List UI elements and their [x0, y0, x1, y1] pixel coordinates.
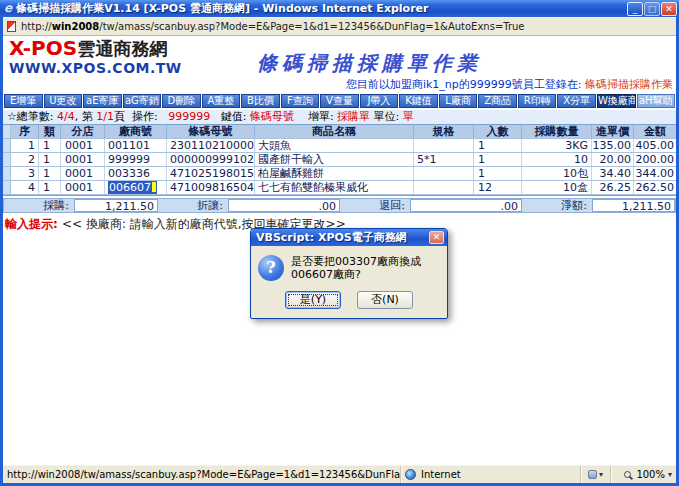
cell-barcode: 4710098165043 — [167, 181, 255, 194]
zoom-chevron-down-icon: ▾ — [668, 470, 672, 479]
vendor-input[interactable]: 001101 — [108, 139, 150, 152]
cell-type: 1 — [39, 167, 61, 180]
cell-amount: 262.50 — [634, 181, 676, 194]
info-value: 4/4 — [57, 110, 75, 123]
url-protocol: http:// — [21, 21, 52, 32]
purchase-total-value: 1,211.50 — [74, 199, 158, 212]
toolbar-button[interactable]: aG寄銷 — [123, 94, 162, 108]
cell-seq: 3 — [11, 167, 39, 180]
status-url: http://win2008/tw/amass/scanbuy.asp?Mode… — [3, 466, 400, 483]
column-header[interactable]: 規格 — [414, 125, 474, 138]
cell-type: 1 — [39, 139, 61, 152]
page-content: X-POS雲通商務網 WWW.XPOS.COM.TW 條碼掃描採購單作業 您目前… — [3, 36, 676, 465]
record-info-bar: ☆總筆數: 4/4, 第 1/1頁 操作: 999999 鍵值: 條碼母號 增單… — [3, 110, 676, 124]
dialog-close-icon[interactable]: ✕ — [429, 231, 444, 244]
vendor-input[interactable]: 006607 — [108, 181, 157, 194]
close-button[interactable]: ✕ — [661, 2, 677, 16]
totals-bar: 採購: 1,211.50 折讓: .00 退回: .00 淨額: 1,211.5… — [3, 198, 676, 213]
cell-spec: 5*1 — [414, 153, 474, 166]
toolbar-button[interactable]: A重整 — [202, 94, 241, 108]
yes-button[interactable]: 是(Y) — [285, 291, 341, 309]
toolbar-button[interactable]: E增筆 — [4, 94, 43, 108]
table-row[interactable]: 2 1 0001 999999 0000009991026 國產餅干輸入 5*1… — [3, 153, 676, 167]
row-selector[interactable] — [3, 153, 11, 166]
dialog-title-bar[interactable]: VBScript: XPOS電子商務網 ✕ — [251, 229, 447, 246]
cell-spec — [414, 181, 474, 194]
cell-barcode: 2301102100000 — [167, 139, 255, 152]
cell-amount: 344.00 — [634, 167, 676, 180]
cell-spec — [414, 167, 474, 180]
status-bar: http://win2008/tw/amass/scanbuy.asp?Mode… — [3, 465, 676, 483]
column-header[interactable]: 金額 — [634, 125, 676, 138]
cell-seq: 1 — [11, 139, 39, 152]
cell-barcode: 4710251980155 — [167, 167, 255, 180]
info-segment: 鍵值: 條碼母號 — [210, 110, 294, 123]
cell-qty: 10盒 — [522, 181, 592, 194]
column-header[interactable]: 分店 — [61, 125, 105, 138]
column-header[interactable]: 進單價 — [592, 125, 634, 138]
info-segment: , 第 1/1頁 — [75, 110, 125, 123]
table-row[interactable]: 4 1 0001 006607 4710098165043 七七有餡雙餡榛果威化… — [3, 181, 676, 195]
row-selector[interactable] — [3, 181, 11, 194]
toolbar-button[interactable]: B比價 — [241, 94, 280, 108]
toolbar-button[interactable]: R印轉 — [518, 94, 557, 108]
column-header[interactable]: 商品名稱 — [255, 125, 414, 138]
browser-window: e 條碼掃描採購作業V1.14 [X-POS 雲通商務網] - Windows … — [0, 0, 679, 486]
column-header[interactable]: 條碼母號 — [167, 125, 255, 138]
toolbar-button[interactable]: aH幫助 — [637, 94, 676, 108]
column-header[interactable]: 採購數量 — [522, 125, 592, 138]
toolbar-button[interactable]: K鍵值 — [399, 94, 438, 108]
cell-product-name: 大頭魚 — [255, 139, 414, 152]
cell-store: 0001 — [61, 139, 105, 152]
hint-label: 輸入提示: — [5, 217, 62, 231]
cell-vendor: 001101 — [105, 139, 167, 152]
toolbar-button[interactable]: X分單 — [557, 94, 596, 108]
info-value: 999999 — [168, 110, 210, 123]
toolbar-button[interactable]: J帶入 — [360, 94, 399, 108]
cell-units: 1 — [474, 167, 522, 180]
table-row[interactable]: 3 1 0001 003336 4710251980155 柏屋鹹酥雞餅 1 1… — [3, 167, 676, 181]
toolbar-button[interactable]: aE寄庫 — [83, 94, 122, 108]
toolbar-button[interactable]: U更改 — [44, 94, 83, 108]
cell-product-name: 柏屋鹹酥雞餅 — [255, 167, 414, 180]
net-label: 淨額: — [522, 199, 592, 212]
column-header[interactable]: 類 — [39, 125, 61, 138]
page-title: 條碼掃描採購單作業 — [123, 50, 616, 77]
no-button[interactable]: 否(N) — [357, 291, 413, 309]
cell-product-name: 七七有餡雙餡榛果威化 — [255, 181, 414, 194]
info-label: , 第 — [75, 110, 97, 123]
column-header[interactable]: 序 — [11, 125, 39, 138]
column-header[interactable]: 入數 — [474, 125, 522, 138]
cell-qty: 10 — [522, 153, 592, 166]
status-tool[interactable]: ▾ — [580, 466, 610, 483]
zoom-control[interactable]: 100% ▾ — [610, 466, 676, 483]
toolbar-button[interactable]: L廠商 — [439, 94, 478, 108]
maximize-button[interactable]: □ — [644, 2, 660, 16]
row-selector[interactable] — [3, 167, 11, 180]
function-toolbar: E增筆U更改aE寄庫aG寄銷D刪除A重整B比價F查詢V查量J帶入K鍵值L廠商Z商… — [3, 93, 676, 110]
table-row[interactable]: 1 1 0001 001101 2301102100000 大頭魚 1 3KG … — [3, 139, 676, 153]
page-icon — [7, 21, 16, 32]
cell-type: 1 — [39, 181, 61, 194]
minimize-button[interactable]: _ — [627, 2, 643, 16]
vendor-input[interactable]: 003336 — [108, 167, 150, 180]
address-bar[interactable]: http://win2008/tw/amass/scanbuy.asp?Mode… — [3, 17, 676, 36]
internet-zone: Internet — [400, 466, 580, 483]
column-header[interactable]: 廠商號 — [105, 125, 167, 138]
toolbar-button[interactable]: W換廠商 — [597, 94, 636, 108]
info-label: 鍵值: — [210, 110, 250, 123]
toolbar-button[interactable]: Z商品 — [478, 94, 517, 108]
cell-store: 0001 — [61, 167, 105, 180]
toolbar-button[interactable]: D刪除 — [162, 94, 201, 108]
vendor-input[interactable]: 999999 — [108, 153, 150, 166]
info-segment: ☆總筆數: 4/4 — [7, 110, 75, 123]
address-url[interactable]: http://win2008/tw/amass/scanbuy.asp?Mode… — [21, 21, 525, 32]
info-value: 條碼母號 — [250, 110, 294, 123]
toolbar-button[interactable]: F查詢 — [281, 94, 320, 108]
row-selector[interactable] — [3, 139, 11, 152]
return-label: 退回: — [340, 199, 410, 212]
header-selector-cell — [3, 125, 11, 138]
cell-units: 12 — [474, 181, 522, 194]
toolbar-button[interactable]: V查量 — [320, 94, 359, 108]
cell-vendor: 999999 — [105, 153, 167, 166]
